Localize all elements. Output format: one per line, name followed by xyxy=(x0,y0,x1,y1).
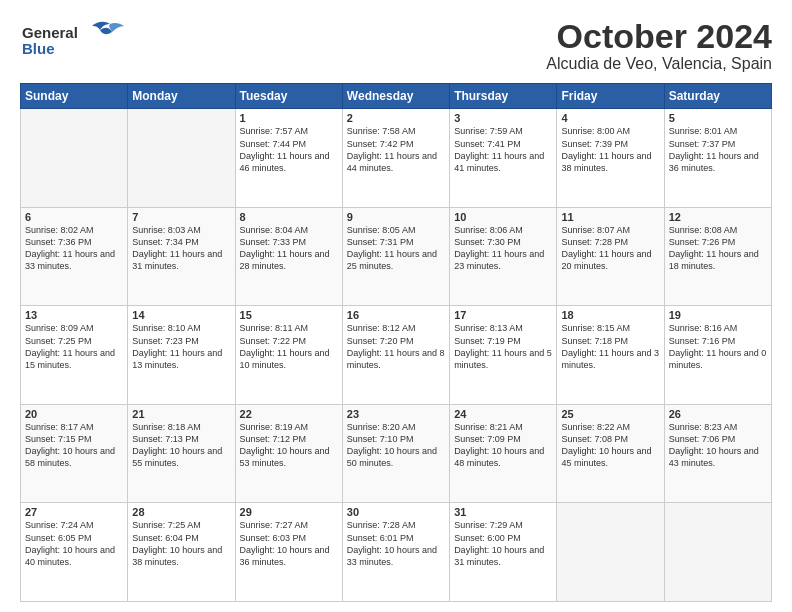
day-number: 10 xyxy=(454,211,552,223)
day-info: Sunrise: 8:13 AMSunset: 7:19 PMDaylight:… xyxy=(454,322,552,371)
day-info: Sunrise: 7:57 AMSunset: 7:44 PMDaylight:… xyxy=(240,125,338,174)
col-thursday: Thursday xyxy=(450,84,557,109)
table-row: 1Sunrise: 7:57 AMSunset: 7:44 PMDaylight… xyxy=(235,109,342,208)
col-monday: Monday xyxy=(128,84,235,109)
table-row: 26Sunrise: 8:23 AMSunset: 7:06 PMDayligh… xyxy=(664,404,771,503)
table-row: 25Sunrise: 8:22 AMSunset: 7:08 PMDayligh… xyxy=(557,404,664,503)
day-info: Sunrise: 8:17 AMSunset: 7:15 PMDaylight:… xyxy=(25,421,123,470)
page: General Blue October 2024 Alcudia de Veo… xyxy=(0,0,792,612)
page-title: October 2024 xyxy=(546,18,772,55)
day-info: Sunrise: 8:23 AMSunset: 7:06 PMDaylight:… xyxy=(669,421,767,470)
table-row: 6Sunrise: 8:02 AMSunset: 7:36 PMDaylight… xyxy=(21,207,128,306)
calendar-week-row: 1Sunrise: 7:57 AMSunset: 7:44 PMDaylight… xyxy=(21,109,772,208)
day-number: 28 xyxy=(132,506,230,518)
page-subtitle: Alcudia de Veo, Valencia, Spain xyxy=(546,55,772,73)
table-row: 12Sunrise: 8:08 AMSunset: 7:26 PMDayligh… xyxy=(664,207,771,306)
table-row: 16Sunrise: 8:12 AMSunset: 7:20 PMDayligh… xyxy=(342,306,449,405)
col-tuesday: Tuesday xyxy=(235,84,342,109)
day-info: Sunrise: 8:09 AMSunset: 7:25 PMDaylight:… xyxy=(25,322,123,371)
calendar-header-row: Sunday Monday Tuesday Wednesday Thursday… xyxy=(21,84,772,109)
day-info: Sunrise: 8:00 AMSunset: 7:39 PMDaylight:… xyxy=(561,125,659,174)
day-number: 24 xyxy=(454,408,552,420)
table-row xyxy=(128,109,235,208)
table-row: 14Sunrise: 8:10 AMSunset: 7:23 PMDayligh… xyxy=(128,306,235,405)
table-row: 10Sunrise: 8:06 AMSunset: 7:30 PMDayligh… xyxy=(450,207,557,306)
table-row: 23Sunrise: 8:20 AMSunset: 7:10 PMDayligh… xyxy=(342,404,449,503)
table-row xyxy=(664,503,771,602)
day-number: 19 xyxy=(669,309,767,321)
col-sunday: Sunday xyxy=(21,84,128,109)
day-number: 12 xyxy=(669,211,767,223)
calendar-week-row: 6Sunrise: 8:02 AMSunset: 7:36 PMDaylight… xyxy=(21,207,772,306)
day-info: Sunrise: 8:03 AMSunset: 7:34 PMDaylight:… xyxy=(132,224,230,273)
table-row: 18Sunrise: 8:15 AMSunset: 7:18 PMDayligh… xyxy=(557,306,664,405)
day-number: 23 xyxy=(347,408,445,420)
day-info: Sunrise: 8:07 AMSunset: 7:28 PMDaylight:… xyxy=(561,224,659,273)
day-number: 9 xyxy=(347,211,445,223)
table-row: 27Sunrise: 7:24 AMSunset: 6:05 PMDayligh… xyxy=(21,503,128,602)
table-row: 9Sunrise: 8:05 AMSunset: 7:31 PMDaylight… xyxy=(342,207,449,306)
day-info: Sunrise: 8:11 AMSunset: 7:22 PMDaylight:… xyxy=(240,322,338,371)
table-row xyxy=(21,109,128,208)
day-info: Sunrise: 8:01 AMSunset: 7:37 PMDaylight:… xyxy=(669,125,767,174)
day-number: 27 xyxy=(25,506,123,518)
col-saturday: Saturday xyxy=(664,84,771,109)
day-info: Sunrise: 7:58 AMSunset: 7:42 PMDaylight:… xyxy=(347,125,445,174)
day-info: Sunrise: 8:15 AMSunset: 7:18 PMDaylight:… xyxy=(561,322,659,371)
calendar-week-row: 13Sunrise: 8:09 AMSunset: 7:25 PMDayligh… xyxy=(21,306,772,405)
day-number: 31 xyxy=(454,506,552,518)
day-number: 3 xyxy=(454,112,552,124)
calendar-week-row: 20Sunrise: 8:17 AMSunset: 7:15 PMDayligh… xyxy=(21,404,772,503)
day-number: 14 xyxy=(132,309,230,321)
day-info: Sunrise: 8:21 AMSunset: 7:09 PMDaylight:… xyxy=(454,421,552,470)
table-row: 13Sunrise: 8:09 AMSunset: 7:25 PMDayligh… xyxy=(21,306,128,405)
table-row: 21Sunrise: 8:18 AMSunset: 7:13 PMDayligh… xyxy=(128,404,235,503)
day-number: 5 xyxy=(669,112,767,124)
day-number: 11 xyxy=(561,211,659,223)
day-number: 30 xyxy=(347,506,445,518)
day-number: 25 xyxy=(561,408,659,420)
day-info: Sunrise: 8:06 AMSunset: 7:30 PMDaylight:… xyxy=(454,224,552,273)
calendar-table: Sunday Monday Tuesday Wednesday Thursday… xyxy=(20,83,772,602)
day-number: 20 xyxy=(25,408,123,420)
table-row: 29Sunrise: 7:27 AMSunset: 6:03 PMDayligh… xyxy=(235,503,342,602)
col-friday: Friday xyxy=(557,84,664,109)
day-number: 16 xyxy=(347,309,445,321)
day-info: Sunrise: 8:04 AMSunset: 7:33 PMDaylight:… xyxy=(240,224,338,273)
day-number: 26 xyxy=(669,408,767,420)
day-number: 17 xyxy=(454,309,552,321)
day-number: 6 xyxy=(25,211,123,223)
day-info: Sunrise: 8:08 AMSunset: 7:26 PMDaylight:… xyxy=(669,224,767,273)
svg-text:General: General xyxy=(22,24,78,41)
day-number: 29 xyxy=(240,506,338,518)
day-info: Sunrise: 8:02 AMSunset: 7:36 PMDaylight:… xyxy=(25,224,123,273)
day-number: 21 xyxy=(132,408,230,420)
calendar-week-row: 27Sunrise: 7:24 AMSunset: 6:05 PMDayligh… xyxy=(21,503,772,602)
day-info: Sunrise: 8:19 AMSunset: 7:12 PMDaylight:… xyxy=(240,421,338,470)
table-row: 4Sunrise: 8:00 AMSunset: 7:39 PMDaylight… xyxy=(557,109,664,208)
title-block: October 2024 Alcudia de Veo, Valencia, S… xyxy=(546,18,772,73)
table-row: 28Sunrise: 7:25 AMSunset: 6:04 PMDayligh… xyxy=(128,503,235,602)
day-number: 2 xyxy=(347,112,445,124)
table-row: 31Sunrise: 7:29 AMSunset: 6:00 PMDayligh… xyxy=(450,503,557,602)
day-number: 4 xyxy=(561,112,659,124)
table-row: 24Sunrise: 8:21 AMSunset: 7:09 PMDayligh… xyxy=(450,404,557,503)
logo-svg: General Blue xyxy=(20,18,130,62)
table-row: 17Sunrise: 8:13 AMSunset: 7:19 PMDayligh… xyxy=(450,306,557,405)
day-number: 7 xyxy=(132,211,230,223)
table-row: 2Sunrise: 7:58 AMSunset: 7:42 PMDaylight… xyxy=(342,109,449,208)
table-row: 19Sunrise: 8:16 AMSunset: 7:16 PMDayligh… xyxy=(664,306,771,405)
table-row: 8Sunrise: 8:04 AMSunset: 7:33 PMDaylight… xyxy=(235,207,342,306)
table-row: 22Sunrise: 8:19 AMSunset: 7:12 PMDayligh… xyxy=(235,404,342,503)
day-info: Sunrise: 7:59 AMSunset: 7:41 PMDaylight:… xyxy=(454,125,552,174)
day-info: Sunrise: 8:10 AMSunset: 7:23 PMDaylight:… xyxy=(132,322,230,371)
day-info: Sunrise: 8:18 AMSunset: 7:13 PMDaylight:… xyxy=(132,421,230,470)
table-row: 15Sunrise: 8:11 AMSunset: 7:22 PMDayligh… xyxy=(235,306,342,405)
day-number: 8 xyxy=(240,211,338,223)
day-number: 1 xyxy=(240,112,338,124)
logo: General Blue xyxy=(20,18,130,66)
day-info: Sunrise: 8:16 AMSunset: 7:16 PMDaylight:… xyxy=(669,322,767,371)
day-info: Sunrise: 7:27 AMSunset: 6:03 PMDaylight:… xyxy=(240,519,338,568)
table-row: 7Sunrise: 8:03 AMSunset: 7:34 PMDaylight… xyxy=(128,207,235,306)
day-info: Sunrise: 7:24 AMSunset: 6:05 PMDaylight:… xyxy=(25,519,123,568)
